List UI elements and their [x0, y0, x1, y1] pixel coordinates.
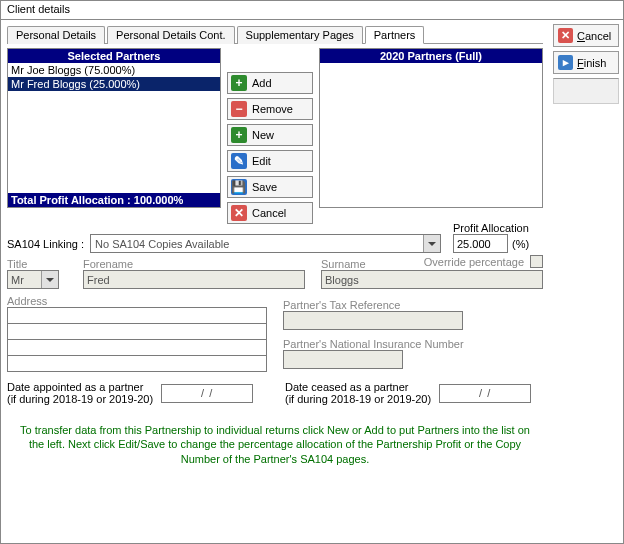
ni-number-input[interactable]: [283, 350, 403, 369]
surname-input[interactable]: Bloggs: [321, 270, 543, 289]
address-label: Address: [7, 295, 267, 307]
edit-button[interactable]: ✎Edit: [227, 150, 313, 172]
date-appointed-input[interactable]: / /: [161, 384, 253, 403]
year-partners-header: 2020 Partners (Full): [320, 49, 542, 63]
date-appointed-label-2: (if during 2018-19 or 2019-20): [7, 393, 153, 405]
forename-label: Forename: [83, 258, 305, 270]
save-button[interactable]: 💾Save: [227, 176, 313, 198]
sa104-linking-label: SA104 Linking :: [7, 238, 84, 250]
help-text: To transfer data from this Partnership t…: [17, 423, 533, 466]
add-button[interactable]: +Add: [227, 72, 313, 94]
forename-input[interactable]: Fred: [83, 270, 305, 289]
new-button[interactable]: +New: [227, 124, 313, 146]
year-partners-panel: 2020 Partners (Full): [319, 48, 543, 208]
edit-icon: ✎: [231, 153, 247, 169]
address-line-2[interactable]: [7, 323, 267, 340]
plus-icon: +: [231, 75, 247, 91]
percent-unit-label: (%): [512, 238, 529, 250]
save-icon: 💾: [231, 179, 247, 195]
tax-reference-input[interactable]: [283, 311, 463, 330]
window-title: Client details: [1, 1, 623, 20]
sa104-linking-select[interactable]: No SA104 Copies Available: [90, 234, 441, 253]
tax-reference-label: Partner's Tax Reference: [283, 299, 543, 311]
dialog-cancel-button[interactable]: ✕ Cancel: [553, 24, 619, 47]
address-line-3[interactable]: [7, 339, 267, 356]
date-ceased-label-2: (if during 2018-19 or 2019-20): [285, 393, 431, 405]
address-line-4[interactable]: [7, 355, 267, 372]
selected-partners-header: Selected Partners: [8, 49, 220, 63]
date-ceased-input[interactable]: / /: [439, 384, 531, 403]
profit-allocation-label: Profit Allocation: [453, 222, 543, 234]
remove-button[interactable]: −Remove: [227, 98, 313, 120]
middle-buttons: +Add −Remove +New ✎Edit 💾Save ✕Cancel: [221, 48, 319, 208]
selected-partners-panel: Selected Partners Mr Joe Bloggs (75.000%…: [7, 48, 221, 208]
chevron-down-icon: [423, 235, 440, 252]
dialog-finish-button[interactable]: ▸ Finish: [553, 51, 619, 74]
tab-partners[interactable]: Partners: [365, 26, 425, 44]
cancel-icon: ✕: [231, 205, 247, 221]
arrow-right-icon: ▸: [558, 55, 573, 70]
tabs: Personal Details Personal Details Cont. …: [7, 24, 543, 44]
address-line-1[interactable]: [7, 307, 267, 324]
tab-personal-details-cont[interactable]: Personal Details Cont.: [107, 26, 234, 44]
year-partners-list[interactable]: [320, 63, 542, 207]
minus-icon: −: [231, 101, 247, 117]
partner-row-selected[interactable]: Mr Fred Bloggs (25.000%): [8, 77, 220, 91]
surname-label: Surname: [321, 258, 543, 270]
plus-icon: +: [231, 127, 247, 143]
tab-supplementary-pages[interactable]: Supplementary Pages: [237, 26, 363, 44]
close-icon: ✕: [558, 28, 573, 43]
date-appointed-label-1: Date appointed as a partner: [7, 381, 153, 393]
title-label: Title: [7, 258, 67, 270]
ni-number-label: Partner's National Insurance Number: [283, 338, 543, 350]
profit-allocation-input[interactable]: 25.000: [453, 234, 508, 253]
tab-personal-details[interactable]: Personal Details: [7, 26, 105, 44]
chevron-down-icon: [41, 271, 58, 288]
selected-partners-list[interactable]: Mr Joe Bloggs (75.000%) Mr Fred Bloggs (…: [8, 63, 220, 193]
sidebar-status-area: [553, 78, 619, 104]
partner-row[interactable]: Mr Joe Bloggs (75.000%): [8, 63, 220, 77]
title-select[interactable]: Mr: [7, 270, 59, 289]
date-ceased-label-1: Date ceased as a partner: [285, 381, 431, 393]
total-allocation-footer: Total Profit Allocation : 100.000%: [8, 193, 220, 207]
